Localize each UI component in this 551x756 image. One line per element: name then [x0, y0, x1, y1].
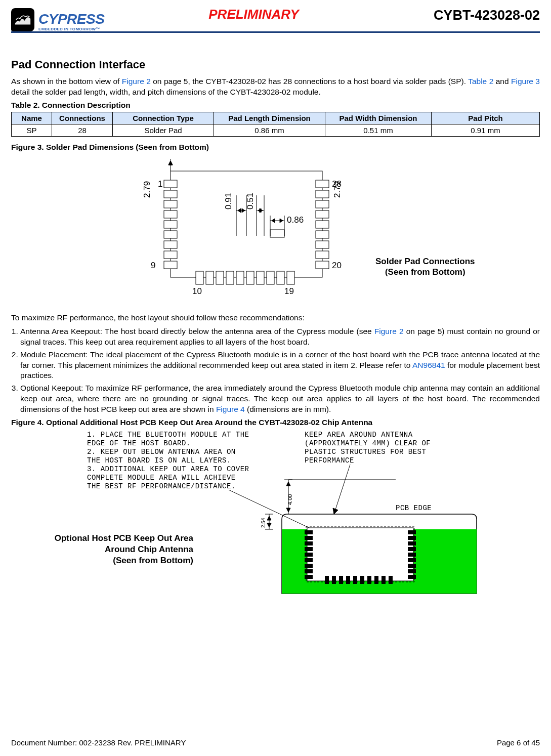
svg-rect-13	[316, 200, 329, 208]
dim-label: 0.86	[287, 215, 304, 225]
fig4-note: 3. ADDITIONAL KEEP OUT AREA TO COVER	[87, 465, 249, 473]
dim-label: 2.54	[261, 518, 266, 528]
fig4-note: THE BEST RF PERFORMANCE/DISTANCE.	[87, 482, 236, 490]
figure-3-label-line: Solder Pad Connections	[375, 257, 475, 266]
fig4-note: 1. PLACE THE BLUETOOTH MODULE AT THE	[87, 431, 249, 439]
link-an96841[interactable]: AN96841	[412, 361, 445, 369]
svg-rect-82	[408, 569, 416, 573]
dim-label: 0.51	[245, 193, 255, 209]
svg-rect-15	[316, 221, 329, 228]
svg-marker-56	[286, 482, 290, 486]
brand-tagline: EMBEDDED IN TOMORROW™	[38, 27, 104, 31]
svg-rect-16	[316, 231, 329, 238]
dim-label: 4.00	[287, 494, 293, 505]
svg-rect-74	[305, 575, 313, 579]
svg-rect-71	[305, 558, 313, 562]
svg-rect-4	[164, 200, 177, 208]
fig4-note: THE HOST BOARD IS ON ALL LAYERS.	[87, 456, 231, 465]
svg-rect-90	[367, 576, 371, 584]
fig4-pcb-edge-label: PCB EDGE	[396, 504, 432, 512]
table-cell: 0.91 mm	[432, 124, 540, 136]
figure-3-svg: 2.79 2.79 0.91 0.51 0.86 1 9 10 19 20 28	[133, 155, 365, 302]
recommendations-list: Antenna Area Keepout: The host board dir…	[11, 326, 540, 415]
svg-rect-17	[316, 241, 329, 248]
svg-rect-5	[164, 211, 177, 218]
svg-marker-52	[333, 508, 338, 514]
pin-label: 10	[192, 286, 202, 296]
svg-rect-20	[196, 271, 203, 284]
link-figure-3[interactable]: Figure 3	[511, 77, 540, 86]
svg-rect-12	[316, 190, 329, 198]
pin-label: 28	[332, 179, 342, 189]
svg-marker-57	[286, 508, 290, 512]
svg-rect-14	[316, 211, 329, 218]
page-header: CYPRESS EMBEDDED IN TOMORROW™ PRELIMINAR…	[11, 0, 540, 33]
svg-marker-35	[242, 208, 245, 213]
svg-rect-83	[408, 575, 416, 579]
svg-rect-27	[267, 271, 274, 284]
link-table-2[interactable]: Table 2	[468, 77, 493, 86]
link-figure-2[interactable]: Figure 2	[374, 327, 404, 335]
dim-label: 2.79	[142, 181, 152, 198]
intro-text: As shown in the bottom view of	[11, 77, 122, 86]
fig4-keep-note: PLASTIC STRUCTURES FOR BEST	[305, 448, 426, 456]
table-row: SP 28 Solder Pad 0.86 mm 0.51 mm 0.91 mm	[12, 124, 540, 136]
svg-rect-93	[389, 576, 393, 584]
fig4-keep-note: (APPROXIMATELY 4MM) CLEAR OF	[305, 439, 431, 447]
figure-4-label-line: Optional Host PCB Keep Out Area	[55, 533, 193, 543]
table-cell: SP	[12, 124, 52, 136]
svg-rect-26	[257, 271, 264, 284]
table-2: Name Connections Connection Type Pad Len…	[11, 112, 540, 137]
intro-text: detail the solder pad length, width, and…	[11, 88, 321, 96]
svg-rect-7	[164, 231, 177, 238]
svg-marker-61	[267, 516, 271, 520]
fig4-keep-note: KEEP AREA AROUND ANTENNA	[305, 431, 413, 439]
table-2-caption: Table 2. Connection Description	[11, 101, 540, 110]
table-header: Pad Width Dimension	[325, 112, 432, 124]
svg-rect-67	[305, 536, 313, 540]
svg-rect-28	[277, 271, 284, 284]
fig4-note: 2. KEEP OUT BELOW ANTENNA AREA ON	[87, 448, 236, 456]
svg-rect-21	[206, 271, 214, 284]
svg-rect-86	[339, 576, 343, 584]
svg-rect-6	[164, 221, 177, 228]
svg-rect-80	[408, 558, 416, 562]
svg-rect-70	[305, 553, 313, 557]
section-title: Pad Connection Interface	[11, 58, 540, 71]
list-item: Module Placement: The ideal placement of…	[20, 350, 540, 382]
svg-rect-3	[164, 190, 177, 198]
page-footer: Document Number: 002-23238 Rev. PRELIMIN…	[11, 738, 540, 747]
svg-rect-89	[360, 576, 364, 584]
svg-rect-68	[305, 541, 313, 545]
rec-text: Antenna Area Keepout: The host board dir…	[20, 327, 374, 335]
svg-marker-40	[272, 219, 275, 223]
svg-line-49	[229, 490, 320, 533]
svg-rect-73	[305, 569, 313, 573]
svg-rect-48	[270, 230, 284, 237]
svg-rect-9	[164, 251, 177, 259]
rec-text: (dimensions are in mm).	[245, 405, 331, 413]
svg-rect-81	[408, 564, 416, 568]
document-code: CYBT-423028-02	[434, 8, 540, 23]
table-cell: 0.51 mm	[325, 124, 432, 136]
figure-4-label-line: Around Chip Antenna	[105, 544, 193, 554]
svg-rect-77	[408, 541, 416, 545]
link-figure-2[interactable]: Figure 2	[122, 77, 151, 86]
pin-label: 19	[284, 286, 294, 296]
pin-label: 1	[158, 179, 162, 189]
svg-rect-10	[164, 261, 177, 269]
table-cell: Solder Pad	[113, 124, 214, 136]
figure-4-caption: Figure 4. Optional Additional Host PCB K…	[11, 418, 540, 427]
link-figure-4[interactable]: Figure 4	[216, 405, 245, 413]
svg-rect-75	[408, 530, 416, 534]
svg-rect-91	[374, 576, 378, 584]
svg-rect-76	[408, 536, 416, 540]
svg-rect-88	[353, 576, 357, 584]
table-header: Connection Type	[113, 112, 214, 124]
fig4-keep-note: PERFORMANCE	[305, 456, 354, 465]
pin-label: 20	[332, 261, 342, 270]
svg-rect-2	[164, 180, 177, 188]
table-header: Name	[12, 112, 52, 124]
svg-marker-34	[238, 208, 241, 213]
figure-3: 2.79 2.79 0.91 0.51 0.86 1 9 10 19 20 28…	[11, 155, 540, 307]
